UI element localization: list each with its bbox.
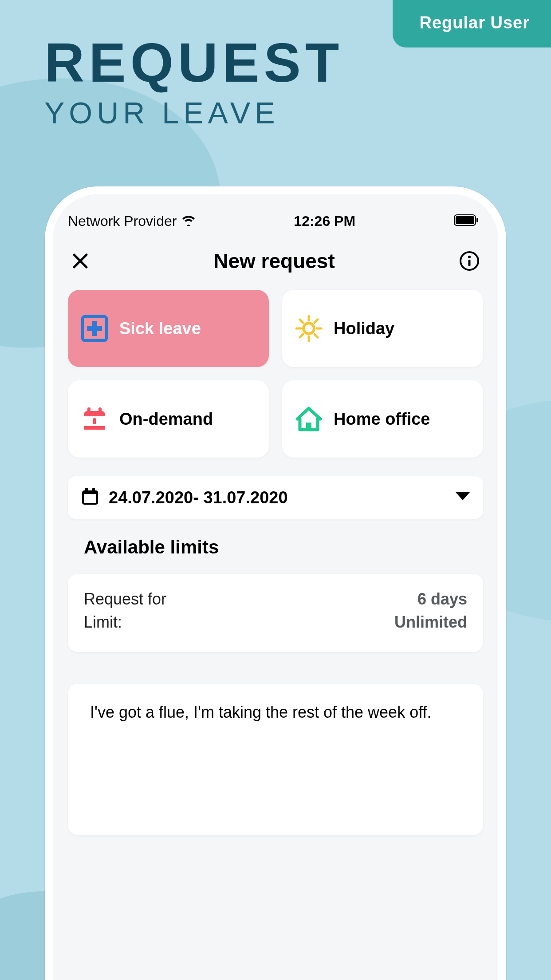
chevron-down-icon xyxy=(455,491,471,504)
svg-point-4 xyxy=(468,256,471,258)
date-range-picker[interactable]: 24.07.2020- 31.07.2020 xyxy=(68,476,483,519)
svg-point-26 xyxy=(93,426,96,428)
leave-type-sick[interactable]: Sick leave xyxy=(68,290,269,367)
svg-rect-27 xyxy=(306,423,311,430)
leave-type-label: Home office xyxy=(334,410,430,429)
status-time: 12:26 PM xyxy=(294,213,355,229)
limit-label: Limit: xyxy=(84,613,122,632)
svg-line-15 xyxy=(315,334,318,337)
info-icon[interactable] xyxy=(459,251,480,271)
limits-heading: Available limits xyxy=(68,537,483,558)
svg-rect-24 xyxy=(98,407,102,414)
svg-rect-1 xyxy=(456,216,474,224)
svg-rect-2 xyxy=(476,218,478,222)
leave-type-label: On-demand xyxy=(119,410,213,429)
wifi-icon xyxy=(182,213,195,229)
leave-type-label: Sick leave xyxy=(119,319,201,338)
leave-type-ondemand[interactable]: On-demand xyxy=(68,380,269,458)
limit-value: Unlimited xyxy=(394,613,467,632)
request-for-value: 6 days xyxy=(417,590,467,609)
promo-title-bold: REQUEST xyxy=(44,35,343,90)
user-type-badge: Regular User xyxy=(393,0,551,47)
reason-input[interactable] xyxy=(86,702,465,745)
leave-type-homeoffice[interactable]: Home office xyxy=(282,380,483,458)
leave-type-holiday[interactable]: Holiday xyxy=(282,290,483,367)
svg-rect-29 xyxy=(84,494,96,503)
close-icon[interactable] xyxy=(71,252,89,270)
battery-icon xyxy=(454,213,479,229)
status-bar: Network Provider 12:26 PM xyxy=(68,209,483,242)
reason-card xyxy=(68,684,483,835)
promo-heading: REQUEST YOUR LEAVE xyxy=(44,35,343,130)
phone-frame: Network Provider 12:26 PM New request xyxy=(45,186,506,980)
svg-point-9 xyxy=(303,323,314,334)
request-for-label: Request for xyxy=(84,590,166,609)
svg-rect-5 xyxy=(468,260,471,266)
svg-line-14 xyxy=(300,320,303,323)
calendar-icon xyxy=(80,487,100,508)
leave-type-label: Holiday xyxy=(334,319,394,338)
carrier-label: Network Provider xyxy=(68,213,177,229)
limits-card: Request for 6 days Limit: Unlimited xyxy=(68,574,483,652)
svg-line-16 xyxy=(315,320,318,323)
svg-rect-23 xyxy=(87,407,91,414)
svg-rect-30 xyxy=(85,488,88,492)
svg-rect-8 xyxy=(87,326,102,331)
date-range-text: 24.07.2020- 31.07.2020 xyxy=(109,488,446,507)
medical-cross-icon xyxy=(80,314,109,343)
promo-title-light: YOUR LEAVE xyxy=(44,95,343,130)
svg-rect-31 xyxy=(92,488,95,492)
calendar-alert-icon xyxy=(80,405,109,433)
house-icon xyxy=(295,405,323,433)
page-title: New request xyxy=(213,249,335,273)
sun-icon xyxy=(295,314,323,343)
svg-line-17 xyxy=(300,334,303,337)
svg-rect-25 xyxy=(93,418,96,424)
